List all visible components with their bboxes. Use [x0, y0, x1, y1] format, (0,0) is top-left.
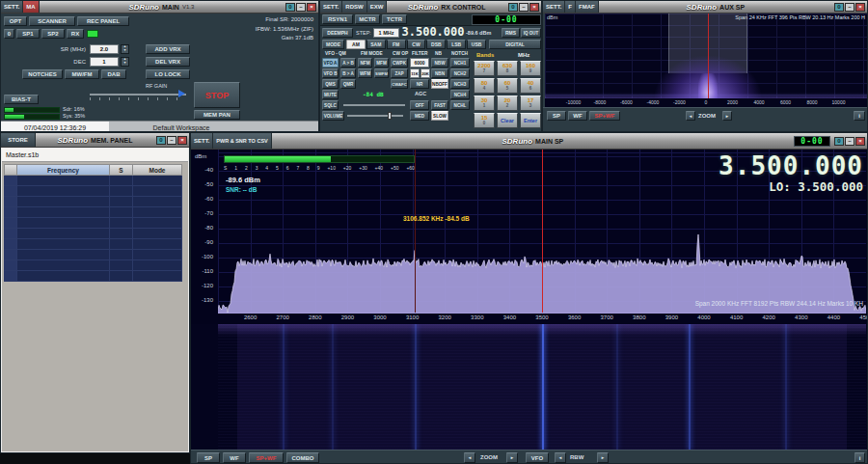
settings-button[interactable]: SETT. — [543, 1, 565, 13]
rf-gain-slider[interactable] — [90, 94, 186, 96]
settings-button[interactable]: SETT. — [1, 1, 23, 13]
keypad-15-button[interactable]: 150 — [474, 113, 495, 128]
zoom-in-button[interactable]: ► — [506, 452, 518, 463]
bias-t-button[interactable]: BIAS-T — [4, 95, 39, 104]
keypad-630-button[interactable]: 6308 — [497, 61, 518, 76]
qms-button[interactable]: QMS — [322, 79, 339, 89]
filter-20k-value[interactable]: 20K — [420, 68, 430, 78]
a-to-b-button[interactable]: A > B — [340, 58, 356, 68]
zoom-out-button[interactable]: ◄ — [464, 452, 475, 463]
zoom-in-button[interactable]: ► — [722, 111, 732, 121]
restore-button[interactable]: 0 — [834, 3, 844, 12]
nch3-button[interactable]: NCH3 — [450, 79, 470, 89]
dec-stepper[interactable]: ▲ ▼ — [121, 57, 129, 67]
sp-wf-view-button[interactable]: SP+WF — [589, 111, 620, 121]
filter-11k-value[interactable]: 11K — [410, 68, 420, 78]
s-column-header[interactable]: S — [110, 164, 133, 176]
spin-down-icon[interactable]: ▼ — [122, 49, 128, 53]
memory-row[interactable] — [4, 250, 188, 260]
nr-button[interactable]: NR — [410, 79, 429, 89]
agc-slow-button[interactable]: SLOW — [431, 111, 448, 121]
waterfall-plot[interactable] — [218, 324, 866, 450]
settings-button[interactable]: SETT. — [191, 133, 213, 149]
mem-pan-button[interactable]: MEM PAN — [194, 110, 240, 120]
memory-row[interactable] — [4, 207, 188, 218]
b-to-a-button[interactable]: B > A — [340, 68, 356, 78]
vfo-a-button[interactable]: VFO A — [322, 58, 339, 68]
zero-button[interactable]: 0 — [4, 29, 14, 39]
volume-handle[interactable] — [388, 112, 392, 120]
keypad-clear-button[interactable]: Clear — [497, 113, 518, 128]
minimize-button[interactable]: – — [296, 3, 306, 12]
mwfm-button[interactable]: MW/FM — [65, 69, 99, 79]
cwpk-button[interactable]: CWPK — [391, 58, 408, 68]
mode-sam-button[interactable]: SAM — [366, 40, 386, 49]
minimize-button[interactable]: – — [167, 136, 176, 145]
mode-lsb-button[interactable]: LSB — [447, 40, 466, 49]
keypad-2200-button[interactable]: 22007 — [474, 61, 495, 76]
mode-dsb-button[interactable]: DSB — [426, 40, 446, 49]
keypad-40-button[interactable]: 406 — [520, 78, 541, 94]
sp-wf-view-button[interactable]: SP+WF — [249, 452, 284, 463]
close-button[interactable]: × — [855, 3, 865, 12]
squelch-slider[interactable] — [343, 104, 405, 106]
squelch-button[interactable]: SQLC — [322, 100, 339, 110]
row-selector-header[interactable] — [4, 164, 17, 176]
qmr-button[interactable]: QMR — [340, 79, 356, 89]
sr-stepper[interactable]: ▲ ▼ — [121, 44, 129, 54]
restore-button[interactable]: 0 — [508, 3, 518, 12]
minimize-button[interactable]: – — [519, 3, 529, 12]
nch4-button[interactable]: NCH4 — [450, 90, 470, 99]
keypad-20-button[interactable]: 202 — [497, 96, 518, 111]
agc-fast-button[interactable]: FAST — [431, 100, 448, 110]
frequency-column-header[interactable]: Frequency — [17, 164, 110, 176]
agc-off-button[interactable]: OFF — [410, 100, 429, 110]
rec-panel-button[interactable]: REC PANEL — [77, 16, 129, 26]
rbw-down-button[interactable]: ◄ — [555, 452, 566, 463]
rf-gain-handle-icon[interactable] — [178, 90, 185, 97]
close-button[interactable]: × — [307, 3, 316, 12]
nch1-button[interactable]: NCH1 — [450, 58, 470, 68]
minimize-button[interactable]: – — [845, 137, 854, 146]
volume-slider[interactable] — [347, 115, 403, 117]
nch2-button[interactable]: NCH2 — [450, 68, 470, 78]
f-button[interactable]: F — [565, 1, 576, 13]
nbn-button[interactable]: NBN — [431, 68, 448, 78]
keypad-30-button[interactable]: 301 — [474, 96, 495, 111]
memory-row[interactable] — [4, 218, 188, 229]
exw-button[interactable]: EXW — [367, 1, 388, 13]
rsyn1-button[interactable]: RSYN1 — [322, 14, 353, 24]
restore-button[interactable]: 0 — [285, 3, 295, 12]
combo-view-button[interactable]: COMBO — [286, 452, 319, 463]
digital-button[interactable]: DIGITAL — [489, 40, 541, 49]
spin-down-icon[interactable]: ▼ — [122, 62, 128, 66]
memory-row[interactable] — [4, 176, 188, 186]
keypad-enter-button[interactable]: Enter — [520, 113, 541, 128]
iq-out-button[interactable]: IQ OUT — [521, 28, 541, 38]
minimize-button[interactable]: – — [845, 3, 854, 12]
notch-lock-button[interactable]: NCHL — [450, 100, 470, 110]
mfm-button[interactable]: MFM — [374, 58, 389, 68]
rbw-up-button[interactable]: ► — [597, 452, 609, 463]
sp-view-button[interactable]: SP — [547, 111, 566, 121]
memory-row[interactable] — [4, 229, 188, 239]
sr-value-field[interactable]: 2.0 — [90, 44, 119, 54]
lo-frequency-display[interactable]: LO: 3.500.000 — [769, 179, 863, 194]
notches-button[interactable]: NOTCHES — [22, 69, 63, 79]
info-button[interactable]: i — [854, 452, 865, 463]
agc-med-button[interactable]: MED — [410, 111, 429, 121]
step-value[interactable]: 1 MHz — [373, 28, 399, 38]
rx-frequency-display[interactable]: 3.500.000 — [401, 25, 465, 39]
zap-button[interactable]: ZAP — [391, 68, 408, 78]
stop-button[interactable]: STOP — [194, 82, 240, 108]
memory-row[interactable] — [4, 186, 188, 197]
cwafc-button[interactable]: CWAFC — [391, 79, 408, 89]
deemph-button[interactable]: DEEMPH — [322, 28, 353, 38]
mute-button[interactable]: MUTE — [322, 90, 339, 99]
rdsw-button[interactable]: RDSW — [342, 1, 366, 13]
restore-button[interactable]: 0 — [156, 136, 166, 145]
rx-button[interactable]: RX — [67, 29, 84, 39]
restore-button[interactable]: 0 — [834, 137, 844, 146]
opt-button[interactable]: OPT — [4, 16, 27, 26]
swfm-button[interactable]: SWFM — [374, 68, 389, 78]
